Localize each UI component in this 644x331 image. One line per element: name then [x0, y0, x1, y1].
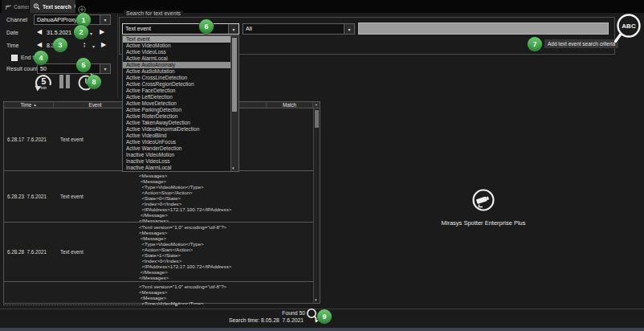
table-row[interactable]: 6.28.28 7.6.2021 Text event <?xml versio… [4, 223, 320, 282]
date-prev-icon[interactable]: ◀ [37, 29, 42, 35]
date-next-icon[interactable]: ▶ [100, 29, 104, 35]
event-type-dropdown-list: Text event Active VideoMotion Active Vid… [122, 35, 239, 172]
cell-match [267, 223, 313, 281]
dropdown-item[interactable]: Inactive VideoLoss [123, 158, 230, 165]
annotation-badge-7: 7 [528, 37, 542, 51]
column-options-button[interactable]: ▾ [313, 102, 320, 108]
dropdown-item[interactable]: Active VideoLoss [123, 49, 230, 55]
cell-event [54, 282, 137, 304]
text-search-abc-button[interactable]: ABC [613, 10, 644, 49]
dropdown-item[interactable]: Active AlarmLocal [123, 55, 230, 62]
dropdown-item[interactable]: Active VideoUnFocus [123, 139, 230, 145]
table-row[interactable]: <?xml version="1.0" encoding="utf-8"?> <… [4, 282, 320, 304]
tab-text-search-label: Text search [43, 4, 71, 10]
cctv-camera-logo-icon [471, 188, 496, 214]
date-label: Date [6, 30, 18, 35]
date-value[interactable]: 31.5.2021 [47, 30, 71, 35]
cell-time: 6.28.17 7.6.2021 [4, 108, 54, 170]
dropdown-item[interactable]: Active ParkingDetection [123, 107, 230, 113]
date-dropdown-icon[interactable]: ▾ [90, 31, 92, 37]
dropdown-item[interactable]: Active LeftDetection [123, 94, 230, 100]
tab-cameras-label: Cameras [14, 4, 29, 10]
close-icon[interactable]: ✕ [74, 3, 75, 10]
cell-time [4, 282, 54, 304]
scrollbar-thumb[interactable] [315, 110, 319, 128]
table-row[interactable]: 6.28.23 7.6.2021 Text event <Messages> <… [4, 171, 320, 223]
dropdown-item[interactable]: Active TakenAwayDetection [123, 120, 230, 126]
scope-select[interactable]: All ▾ [243, 23, 355, 35]
cell-time: 6.28.28 7.6.2021 [4, 223, 54, 281]
dropdown-item[interactable]: Active MoveDetection [123, 100, 230, 107]
scrollbar-thumb[interactable] [232, 38, 237, 112]
dropdown-item[interactable]: Active VideoBlind [123, 133, 230, 139]
tab-bar: Cameras ✕ Text search ✕ [0, 0, 644, 13]
panel-divider [117, 14, 118, 98]
event-type-select[interactable]: Text event ▾ [122, 23, 239, 35]
dropdown-icon[interactable]: ▾ [344, 24, 354, 34]
annotation-badge-4: 4 [34, 51, 48, 65]
cell-message: <Messages> <Message> <Type>VideoMotion</… [137, 171, 267, 222]
annotation-badge-8: 8 [87, 75, 101, 89]
dropdown-icon[interactable]: ▾ [100, 64, 110, 73]
scope-value: All [243, 24, 344, 34]
sort-ascending-icon: ▲ [33, 103, 36, 107]
dropdown-icon[interactable]: ▾ [228, 24, 238, 34]
new-tab-button[interactable] [78, 2, 86, 10]
time-label: Time [6, 43, 18, 48]
dropdown-item[interactable]: Active RioterDetection [123, 113, 230, 120]
result-count-label: Result count [6, 66, 38, 72]
dropdown-item[interactable]: Text event [123, 36, 230, 43]
refresh-5min-button[interactable]: 5 min [34, 72, 53, 96]
cell-time: 6.28.23 7.6.2021 [4, 171, 54, 222]
search-text-input[interactable] [358, 22, 609, 35]
scroll-down-icon[interactable]: ▾ [232, 166, 234, 170]
column-header-match[interactable]: Match [267, 102, 313, 108]
annotation-badge-5: 5 [76, 58, 91, 72]
channel-select[interactable]: DahuaAPIProxy ▾ [34, 14, 111, 25]
cell-message: <?xml version="1.0" encoding="utf-8"?> <… [137, 282, 267, 304]
refresh-5-label: 5 [42, 76, 47, 86]
dropdown-item[interactable]: Active VideoAbnormalDetection [123, 126, 230, 133]
abc-icon-text: ABC [622, 22, 636, 30]
branding: Mirasys Spotter Enterprise Plus [403, 188, 564, 227]
pause-button[interactable] [59, 75, 71, 92]
camera-icon [5, 0, 11, 13]
dropdown-icon[interactable]: ▾ [100, 15, 110, 24]
time-prev-icon[interactable]: ◀ [37, 42, 42, 48]
dropdown-item[interactable]: Inactive AlarmLocal [123, 165, 230, 171]
cell-message: <?xml version="1.0" encoding="utf-8"?> <… [137, 223, 267, 281]
cell-match [267, 171, 313, 222]
dropdown-icon: ▾ [316, 103, 317, 107]
found-count: Found 50 [282, 310, 305, 316]
table-vertical-scrollbar[interactable]: ▾ [313, 108, 320, 303]
dropdown-scrollbar[interactable]: ▾ [230, 36, 238, 171]
bottom-window-strip [0, 328, 644, 331]
dropdown-item[interactable]: Active CrossLineDetection [123, 75, 230, 81]
search-group-legend: Search for text events [124, 10, 183, 16]
dropdown-item[interactable]: Inactive VideoMotion [123, 152, 230, 158]
add-criteria-label[interactable]: Add text event search criteria [544, 39, 618, 48]
tab-cameras[interactable]: Cameras ✕ [2, 0, 29, 13]
dropdown-item[interactable]: Active VideoMotion [123, 43, 230, 49]
column-header-time-label: Time [20, 102, 31, 108]
end-time-checkbox[interactable] [11, 55, 18, 61]
column-header-time[interactable]: Time ▲ [4, 102, 54, 108]
dropdown-item[interactable]: Active FaceDetection [123, 88, 230, 94]
time-dropdown-icon[interactable]: ▾ [92, 43, 95, 50]
dropdown-item[interactable]: Active WanderDetection [123, 145, 230, 152]
dropdown-item[interactable]: Active CrossRegionDetection [123, 81, 230, 88]
refresh-min-label: min [41, 86, 47, 90]
cell-event: Text event [54, 223, 137, 281]
annotation-badge-6: 6 [199, 19, 214, 34]
spinner-down-icon[interactable]: ▾ [84, 45, 85, 48]
scroll-down-icon[interactable]: ▾ [315, 297, 317, 302]
cell-match [267, 282, 313, 304]
text-search-icon [33, 0, 40, 13]
dropdown-item[interactable]: Active AudioMutation [123, 68, 230, 75]
channel-label: Channel [6, 17, 27, 22]
tab-text-search[interactable]: Text search ✕ [30, 0, 75, 13]
time-spinner[interactable]: ▴ ▾ [84, 42, 85, 48]
dropdown-item[interactable]: Active AudioAnomaly [123, 62, 230, 68]
time-next-icon[interactable]: ▶ [101, 42, 106, 48]
product-name: Mirasys Spotter Enterprise Plus [403, 219, 564, 227]
